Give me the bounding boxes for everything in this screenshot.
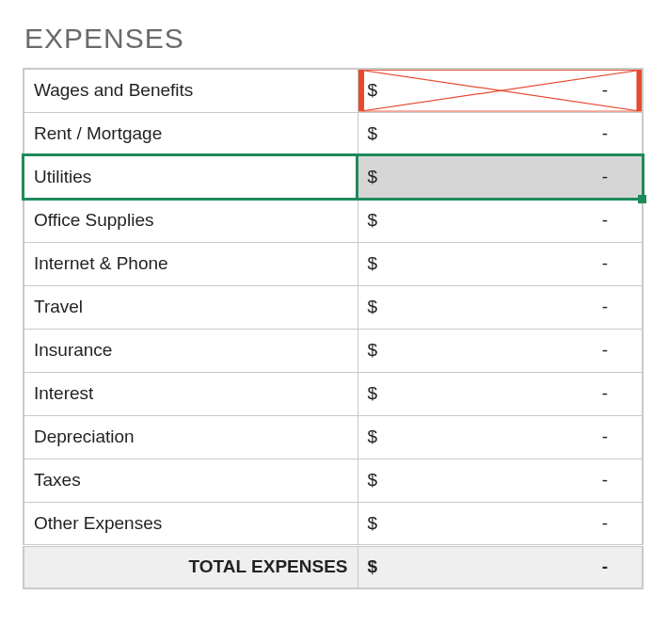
expense-value: - — [602, 167, 608, 187]
expense-value: - — [602, 427, 608, 447]
section-title: EXPENSES — [24, 23, 644, 55]
expense-label-cell[interactable]: Utilities — [24, 155, 358, 199]
expense-amount-cell[interactable]: $- — [358, 415, 643, 459]
total-amount-cell[interactable]: $ - — [358, 545, 643, 588]
expense-amount-cell[interactable]: $- — [358, 69, 643, 112]
svg-line-1 — [361, 70, 639, 111]
expense-label-cell[interactable]: Insurance — [24, 329, 358, 372]
expense-amount-cell[interactable]: $- — [358, 242, 643, 285]
currency-symbol: $ — [368, 167, 378, 187]
expense-label-cell[interactable]: Depreciation — [24, 415, 358, 459]
expense-amount-cell[interactable]: $- — [358, 459, 643, 502]
expense-label-cell[interactable]: Travel — [24, 285, 358, 329]
expense-row: Internet & Phone$- — [24, 242, 643, 285]
total-value: - — [602, 556, 608, 577]
expense-amount-cell[interactable]: $- — [358, 285, 643, 329]
expense-row: Travel$- — [24, 285, 643, 329]
currency-symbol: $ — [368, 427, 378, 447]
expense-value: - — [602, 253, 608, 274]
currency-symbol: $ — [368, 253, 378, 274]
expense-row: Wages and Benefits$- — [24, 69, 643, 112]
expense-amount-cell[interactable]: $- — [358, 199, 643, 242]
expense-amount-cell[interactable]: $- — [358, 155, 643, 199]
expense-value: - — [602, 123, 608, 144]
expense-row: Other Expenses$- — [24, 502, 643, 545]
strike-out-icon — [358, 70, 643, 112]
currency-symbol: $ — [368, 297, 378, 317]
svg-rect-0 — [361, 70, 639, 111]
svg-line-2 — [361, 70, 639, 111]
expense-amount-cell[interactable]: $- — [358, 372, 643, 415]
expense-value: - — [602, 340, 608, 361]
currency-symbol: $ — [368, 470, 378, 491]
expense-value: - — [602, 297, 608, 317]
expense-value: - — [602, 470, 608, 491]
expense-amount-cell[interactable]: $- — [358, 112, 643, 155]
expenses-table: Wages and Benefits$-Rent / Mortgage$-Uti… — [23, 68, 644, 589]
expense-row: Insurance$- — [24, 329, 643, 372]
expense-row: Taxes$- — [24, 459, 643, 502]
expense-label-cell[interactable]: Office Supplies — [24, 199, 358, 242]
expense-value: - — [602, 383, 608, 404]
expense-row: Rent / Mortgage$- — [24, 112, 643, 155]
total-row: TOTAL EXPENSES $ - — [24, 545, 643, 588]
expense-label-cell[interactable]: Rent / Mortgage — [24, 112, 358, 155]
expense-label-cell[interactable]: Other Expenses — [24, 502, 358, 545]
expense-row: Office Supplies$- — [24, 199, 643, 242]
currency-symbol: $ — [368, 123, 378, 144]
expense-row: Interest$- — [24, 372, 643, 415]
currency-symbol: $ — [368, 556, 378, 577]
total-label: TOTAL EXPENSES — [24, 545, 358, 588]
expense-label-cell[interactable]: Interest — [24, 372, 358, 415]
expense-row: Depreciation$- — [24, 415, 643, 459]
expense-value: - — [602, 210, 608, 231]
expense-row: Utilities$- — [24, 155, 643, 199]
expense-label-cell[interactable]: Wages and Benefits — [24, 69, 358, 112]
expense-amount-cell[interactable]: $- — [358, 502, 643, 545]
expense-amount-cell[interactable]: $- — [358, 329, 643, 372]
expense-value: - — [602, 513, 608, 534]
currency-symbol: $ — [368, 340, 378, 361]
currency-symbol: $ — [368, 513, 378, 534]
expense-value: - — [602, 80, 608, 101]
currency-symbol: $ — [368, 80, 378, 101]
currency-symbol: $ — [368, 383, 378, 404]
expense-label-cell[interactable]: Internet & Phone — [24, 242, 358, 285]
expense-label-cell[interactable]: Taxes — [24, 459, 358, 502]
currency-symbol: $ — [368, 210, 378, 231]
